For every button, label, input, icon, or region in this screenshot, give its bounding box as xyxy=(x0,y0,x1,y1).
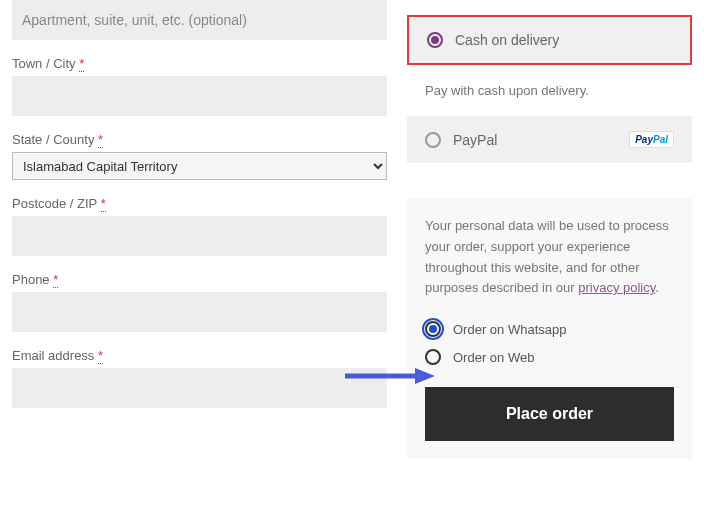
order-web-label: Order on Web xyxy=(453,350,534,365)
postcode-label: Postcode / ZIP * xyxy=(12,196,387,211)
order-channel-options: Order on Whatsapp Order on Web xyxy=(425,315,674,371)
required-mark: * xyxy=(79,56,84,72)
payment-option-paypal[interactable]: PayPal PayPal xyxy=(407,116,692,163)
required-mark: * xyxy=(53,272,58,288)
email-label: Email address * xyxy=(12,348,387,363)
phone-label: Phone * xyxy=(12,272,387,287)
payment-paypal-label: PayPal xyxy=(453,132,497,148)
email-group: Email address * xyxy=(12,348,387,408)
payment-option-cod[interactable]: Cash on delivery xyxy=(407,15,692,65)
email-input[interactable] xyxy=(12,368,387,408)
town-label: Town / City * xyxy=(12,56,387,71)
radio-icon xyxy=(425,321,441,337)
privacy-box: Your personal data will be used to proce… xyxy=(407,198,692,459)
town-group: Town / City * xyxy=(12,56,387,116)
postcode-input[interactable] xyxy=(12,216,387,256)
order-option-whatsapp[interactable]: Order on Whatsapp xyxy=(425,315,674,343)
phone-group: Phone * xyxy=(12,272,387,332)
paypal-logo-icon: PayPal xyxy=(629,131,674,148)
radio-dot-icon xyxy=(431,36,439,44)
order-option-web[interactable]: Order on Web xyxy=(425,343,674,371)
order-whatsapp-label: Order on Whatsapp xyxy=(453,322,566,337)
privacy-text: Your personal data will be used to proce… xyxy=(425,216,674,299)
apartment-group xyxy=(12,0,387,40)
postcode-group: Postcode / ZIP * xyxy=(12,196,387,256)
privacy-suffix: . xyxy=(655,280,659,295)
state-group: State / County * Islamabad Capital Terri… xyxy=(12,132,387,180)
payment-column: Cash on delivery Pay with cash upon deli… xyxy=(407,0,692,459)
phone-label-text: Phone xyxy=(12,272,50,287)
town-label-text: Town / City xyxy=(12,56,76,71)
radio-icon xyxy=(425,132,441,148)
billing-form: Town / City * State / County * Islamabad… xyxy=(12,0,387,459)
phone-input[interactable] xyxy=(12,292,387,332)
apartment-input[interactable] xyxy=(12,0,387,40)
place-order-button[interactable]: Place order xyxy=(425,387,674,441)
postcode-label-text: Postcode / ZIP xyxy=(12,196,97,211)
required-mark: * xyxy=(101,196,106,212)
payment-cod-description: Pay with cash upon delivery. xyxy=(407,71,692,116)
state-label-text: State / County xyxy=(12,132,94,147)
required-mark: * xyxy=(98,132,103,148)
payment-cod-label: Cash on delivery xyxy=(455,32,559,48)
state-select[interactable]: Islamabad Capital Territory xyxy=(12,152,387,180)
town-input[interactable] xyxy=(12,76,387,116)
email-label-text: Email address xyxy=(12,348,94,363)
state-label: State / County * xyxy=(12,132,387,147)
radio-icon xyxy=(425,349,441,365)
privacy-policy-link[interactable]: privacy policy xyxy=(578,280,655,295)
radio-dot-icon xyxy=(429,325,437,333)
radio-icon xyxy=(427,32,443,48)
required-mark: * xyxy=(98,348,103,364)
